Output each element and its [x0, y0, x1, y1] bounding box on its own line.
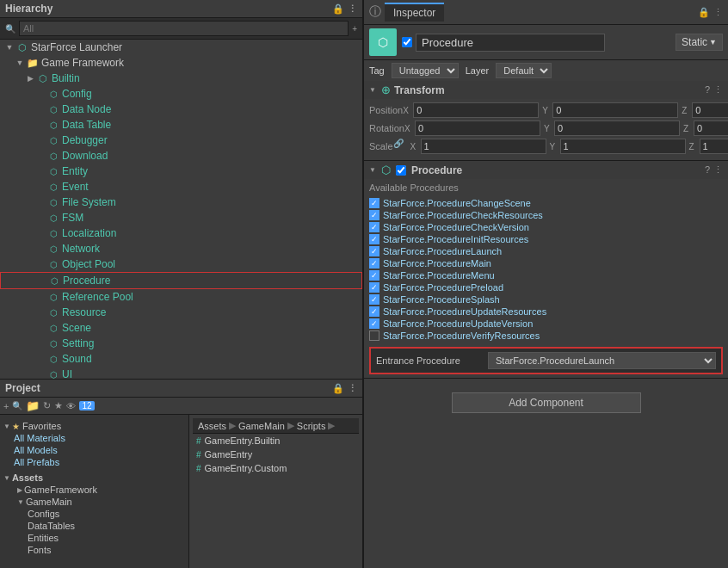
assets-item-configs[interactable]: Configs	[0, 508, 188, 520]
hierarchy-add-icon[interactable]: +	[352, 24, 357, 34]
tree-label-event: Event	[62, 181, 89, 193]
script-icon-referencepool: ⬡	[46, 290, 60, 304]
tree-item-entity[interactable]: ⬡ Entity	[0, 164, 362, 179]
layer-select[interactable]: Default	[496, 63, 552, 78]
tree-item-scene[interactable]: ⬡ Scene	[0, 320, 362, 336]
search-icon-proj: 🔍	[12, 401, 22, 411]
favorites-header[interactable]: ▼ ★ Favorites	[0, 420, 188, 432]
tree-item-network[interactable]: ⬡ Network	[0, 241, 362, 256]
procedure-settings-icon[interactable]: ⋮	[713, 164, 723, 176]
project-menu-icon[interactable]: ⋮	[348, 383, 357, 394]
proc-checkbox-3[interactable]	[369, 234, 379, 244]
inspector-tab[interactable]: Inspector	[385, 3, 444, 22]
refresh-btn[interactable]: ↻	[43, 400, 51, 411]
proc-label-9: StarForce.ProcedureUpdateResources	[383, 306, 546, 317]
assets-item-entities[interactable]: Entities	[0, 532, 188, 544]
project-item-allprefabs[interactable]: All Prefabs	[0, 456, 188, 468]
add-btn[interactable]: +	[3, 401, 9, 411]
tree-item-datatable[interactable]: ⬡ Data Table	[0, 117, 362, 133]
tree-item-setting[interactable]: ⬡ Setting	[0, 336, 362, 351]
tree-item-sound[interactable]: ⬡ Sound	[0, 351, 362, 367]
transform-help-icon[interactable]: ?	[705, 84, 710, 96]
proc-checkbox-10[interactable]	[369, 318, 379, 329]
script-icon-debugger: ⬡	[46, 133, 60, 147]
folder-btn[interactable]: 📁	[26, 399, 40, 412]
hierarchy-search-input[interactable]	[19, 21, 349, 36]
project-item-allmodels[interactable]: All Models	[0, 444, 188, 456]
scale-z-input[interactable]	[700, 139, 728, 154]
tree-item-resource[interactable]: ⬡ Resource	[0, 305, 362, 320]
project-content: ▼ ★ Favorites All Materials All Models A…	[0, 415, 362, 568]
scale-y-input[interactable]	[560, 139, 686, 154]
hierarchy-menu-icon[interactable]: ⋮	[348, 3, 357, 15]
rotation-row: Rotation X Y Z	[369, 120, 723, 136]
tree-item-gameframework[interactable]: ▼ 📁 Game Framework	[0, 55, 362, 71]
transform-header[interactable]: ▼ ⊕ Transform ? ⋮	[364, 81, 728, 99]
scale-x-input[interactable]	[421, 139, 546, 154]
inspector-menu-icon[interactable]: ⋮	[713, 7, 723, 18]
tree-item-objectpool[interactable]: ⬡ Object Pool	[0, 256, 362, 272]
tree-item-debugger[interactable]: ⬡ Debugger	[0, 133, 362, 148]
proc-item-8: StarForce.ProcedureSplash	[369, 293, 723, 306]
tree-item-procedure[interactable]: ⬡ Procedure	[0, 272, 362, 289]
assets-item-fonts[interactable]: Fonts	[0, 544, 188, 556]
file-item-2[interactable]: # GameEntry.Custom	[193, 461, 359, 475]
object-name-input[interactable]	[416, 34, 605, 52]
procedure-component-title: Procedure	[411, 164, 701, 176]
tree-item-referencepool[interactable]: ⬡ Reference Pool	[0, 289, 362, 305]
file-item-0[interactable]: # GameEntry.Builtin	[193, 434, 359, 448]
tree-item-config[interactable]: ⬡ Config	[0, 86, 362, 102]
transform-settings-icon[interactable]: ⋮	[713, 84, 723, 96]
sep1: ▶	[229, 420, 236, 431]
add-component-button[interactable]: Add Component	[452, 392, 641, 413]
procedure-component-header[interactable]: ▼ ⬡ Procedure ? ⋮	[364, 161, 728, 179]
star-btn[interactable]: ★	[54, 400, 63, 411]
script-icon-datanode: ⬡	[46, 102, 60, 116]
inspector-tab-label: Inspector	[393, 7, 435, 19]
position-x-input[interactable]	[413, 102, 539, 118]
assets-item-gameframework[interactable]: ▶ GameFramework	[0, 484, 188, 496]
proc-checkbox-6[interactable]	[369, 270, 379, 281]
assets-item-gamemain[interactable]: ▼ GameMain	[0, 496, 188, 508]
proc-checkbox-7[interactable]	[369, 282, 379, 293]
file-item-1[interactable]: # GameEntry	[193, 448, 359, 461]
position-z-input[interactable]	[692, 102, 728, 118]
position-y-input[interactable]	[552, 102, 678, 118]
assets-section-header[interactable]: ▼ Assets	[0, 472, 188, 484]
lock-icon-scale[interactable]: 🔗	[393, 139, 404, 154]
assets-item-datatables[interactable]: DataTables	[0, 520, 188, 532]
rotation-y-input[interactable]	[554, 120, 680, 136]
tree-item-builtin[interactable]: ▶ ⬡ Builtin	[0, 71, 362, 86]
project-lock-icon[interactable]: 🔒	[332, 383, 344, 394]
proc-checkbox-11[interactable]	[369, 330, 379, 341]
procedure-help-icon[interactable]: ?	[705, 164, 710, 176]
proc-checkbox-8[interactable]	[369, 294, 379, 305]
proc-checkbox-0[interactable]	[369, 198, 379, 208]
file-label-2: GameEntry.Custom	[205, 463, 287, 473]
static-dropdown[interactable]: Static ▼	[676, 34, 723, 51]
entrance-select[interactable]: StarForce.ProcedureLaunch	[488, 352, 716, 369]
tree-item-filesystem[interactable]: ⬡ File System	[0, 194, 362, 210]
tree-item-datanode[interactable]: ⬡ Data Node	[0, 102, 362, 117]
proc-checkbox-4[interactable]	[369, 246, 379, 256]
rotation-z-input[interactable]	[694, 120, 728, 136]
tree-item-event[interactable]: ⬡ Event	[0, 179, 362, 194]
inspector-lock-icon[interactable]: 🔒	[698, 7, 710, 18]
eye-btn[interactable]: 👁	[66, 401, 76, 411]
project-item-allmaterials[interactable]: All Materials	[0, 432, 188, 444]
tree-item-download[interactable]: ⬡ Download	[0, 148, 362, 164]
tree-item-fsm[interactable]: ⬡ FSM	[0, 210, 362, 225]
object-active-checkbox[interactable]	[402, 37, 412, 47]
proc-checkbox-2[interactable]	[369, 222, 379, 232]
proc-checkbox-9[interactable]	[369, 306, 379, 317]
hierarchy-lock-icon[interactable]: 🔒	[332, 3, 344, 15]
tree-item-ui[interactable]: ⬡ UI	[0, 367, 362, 379]
rotation-x-input[interactable]	[415, 120, 540, 136]
tree-item-starforce[interactable]: ▼ ⬡ StarForce Launcher	[0, 40, 362, 55]
proc-checkbox-5[interactable]	[369, 258, 379, 269]
procedure-component-checkbox[interactable]	[396, 165, 406, 176]
proc-checkbox-1[interactable]	[369, 210, 379, 220]
tree-item-localization[interactable]: ⬡ Localization	[0, 225, 362, 241]
tag-select[interactable]: Untagged	[392, 63, 459, 78]
position-x-field: X	[403, 102, 539, 118]
